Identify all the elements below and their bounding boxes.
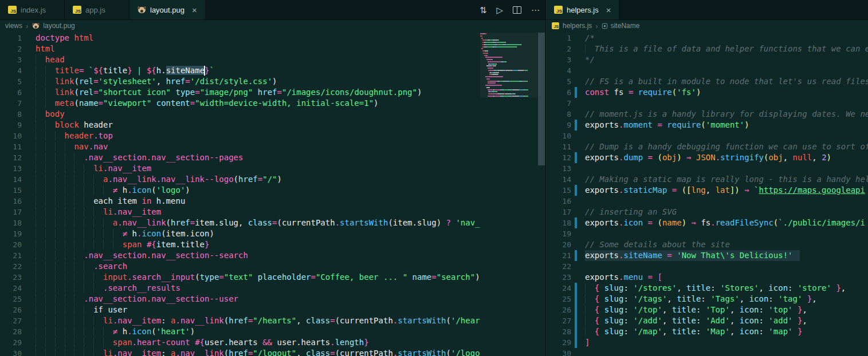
code-line[interactable]: 10 header.top [0, 130, 480, 141]
code-line[interactable]: 9 block header [0, 120, 480, 130]
code-line[interactable]: 25 .nav__section.nav__section--user [0, 294, 480, 304]
code-line[interactable]: 17 li.nav__item [0, 207, 480, 217]
code-line[interactable]: 7 [546, 98, 868, 109]
line-number: 25 [0, 294, 22, 304]
modified-indicator [571, 163, 585, 174]
breadcrumb-item[interactable]: JShelpers.js [551, 22, 592, 30]
more-actions-icon[interactable]: ⋯ [531, 6, 540, 14]
code-line[interactable]: 12exports.dump = (obj) ⇒ JSON.stringify(… [546, 152, 868, 163]
line-number: 21 [546, 250, 571, 261]
line-number: 30 [546, 348, 571, 356]
vertical-scrollbar[interactable] [537, 31, 545, 356]
code-line[interactable]: 29] [546, 337, 868, 348]
code-line[interactable]: 4 title= `${title} | ${h.siteName}` [0, 65, 480, 76]
code-line[interactable]: 22 [546, 261, 868, 272]
code-line[interactable]: 12 .nav__section.nav__section--pages [0, 152, 480, 163]
code-line[interactable]: 5 link(rel='stylesheet', href='/dist/sty… [0, 76, 480, 87]
code-line[interactable]: 30 [546, 348, 868, 356]
modified-indicator [571, 315, 585, 326]
run-icon[interactable]: ▷ [496, 6, 503, 14]
code-line[interactable]: 13 li.nav__item [0, 163, 480, 174]
line-number: 30 [0, 348, 22, 356]
code-line[interactable]: 2html [0, 43, 480, 54]
line-number: 10 [546, 130, 571, 141]
code-line[interactable]: 26 if user [0, 304, 480, 315]
tab-layout.pug[interactable]: layout.pug× [129, 0, 206, 19]
code-line[interactable]: 16 each item in h.menu [0, 196, 480, 207]
code-text: li.nav__item: a.nav__link(href="/hearts"… [36, 315, 480, 326]
code-text: { slug: '/map', title: 'Map', icon: 'map… [585, 326, 802, 337]
minimap[interactable] [480, 31, 537, 356]
code-line[interactable]: 1doctype html [0, 33, 480, 43]
code-line[interactable]: 20 span #{item.title} [0, 239, 480, 250]
close-icon[interactable]: × [192, 6, 197, 14]
minimap-slider[interactable] [480, 33, 537, 98]
editor-pane-right: JShelpers.js× JShelpers.js›siteName 1/*2… [545, 0, 868, 356]
tab-index.js[interactable]: JSindex.js [0, 0, 65, 19]
tab-app.js[interactable]: JSapp.js [65, 0, 129, 19]
code-line[interactable]: 6const fs = require('fs') [546, 87, 868, 98]
code-line[interactable]: 7 meta(name="viewport" content="width=de… [0, 98, 480, 109]
scrollbar-slider[interactable] [538, 33, 545, 165]
code-line[interactable]: 27 li.nav__item: a.nav__link(href="/hear… [0, 315, 480, 326]
code-line[interactable]: 27 { slug: '/add', title: 'Add', icon: '… [546, 315, 868, 326]
code-line[interactable]: 3 head [0, 54, 480, 65]
tab-helpers.js[interactable]: JShelpers.js× [546, 0, 619, 19]
code-line[interactable]: 8 body [0, 109, 480, 120]
code-line[interactable]: 15 ≠ h.icon('logo') [0, 185, 480, 196]
breadcrumb-item[interactable]: siteName [602, 22, 640, 30]
gutter-spacer [22, 76, 36, 87]
code-line[interactable]: 15exports.staticMap = ([lng, lat]) ⇒ `ht… [546, 185, 868, 196]
code-line[interactable]: 3*/ [546, 54, 868, 65]
code-line[interactable]: 5// FS is a built in module to node that… [546, 76, 868, 87]
code-line[interactable]: 9exports.moment = require('moment') [546, 120, 868, 130]
gutter-spacer [22, 228, 36, 239]
close-icon[interactable]: × [606, 6, 611, 14]
code-line[interactable]: 28 ≠ h.icon('heart') [0, 326, 480, 337]
code-line[interactable]: 28 { slug: '/map', title: 'Map', icon: '… [546, 326, 868, 337]
code-line[interactable]: 2 This is a file of data and helper func… [546, 43, 868, 54]
code-line[interactable]: 24 .search__results [0, 283, 480, 294]
open-changes-icon[interactable]: ⇅ [480, 6, 487, 14]
code-line[interactable]: 11// Dump is a handy debugging function … [546, 141, 868, 152]
line-number: 28 [546, 326, 571, 337]
code-line[interactable]: 20// Some details about the site [546, 239, 868, 250]
code-line[interactable]: 6 link(rel="shortcut icon" type="image/p… [0, 87, 480, 98]
code-line[interactable]: 23exports.menu = [ [546, 272, 868, 283]
code-line[interactable]: 8// moment.js is a handy library for dis… [546, 109, 868, 120]
gutter-spacer [22, 261, 36, 272]
code-line[interactable]: 16 [546, 196, 868, 207]
code-line[interactable]: 23 input.search__input(type="text" place… [0, 272, 480, 283]
code-line[interactable]: 21 .nav__section.nav__section--search [0, 250, 480, 261]
code-line[interactable]: 22 .search [0, 261, 480, 272]
code-line[interactable]: 14 a.nav__link.nav__link--logo(href="/") [0, 174, 480, 185]
code-line[interactable]: 1/* [546, 33, 868, 43]
code-line[interactable]: 26 { slug: '/top', title: 'Top', icon: '… [546, 304, 868, 315]
code-line[interactable]: 4 [546, 65, 868, 76]
code-editor[interactable]: 1doctype html2html3 head4 title= `${titl… [0, 31, 480, 356]
code-line[interactable]: 18 a.nav__link(href=item.slug, class=(cu… [0, 217, 480, 228]
code-line[interactable]: 30 li.nav__item: a.nav__link(href="/logo… [0, 348, 480, 356]
line-number: 5 [0, 76, 22, 87]
code-line[interactable]: 19 ≠ h.icon(item.icon) [0, 228, 480, 239]
gutter-spacer [22, 54, 36, 65]
code-line[interactable]: 17// inserting an SVG [546, 207, 868, 217]
code-line[interactable]: 11 nav.nav [0, 141, 480, 152]
split-editor-icon[interactable] [513, 6, 521, 14]
modified-indicator [571, 283, 585, 294]
breadcrumb-item[interactable]: views [5, 22, 22, 30]
tab-bar-left: JSindex.jsJSapp.jslayout.pug× ⇅ ▷ ⋯ [0, 0, 545, 20]
code-editor[interactable]: 1/*2 This is a file of data and helper f… [546, 31, 868, 356]
code-line[interactable]: 24 { slug: '/stores', title: 'Stores', i… [546, 283, 868, 294]
code-line[interactable]: 29 span.heart-count #{user.hearts && use… [0, 337, 480, 348]
code-line[interactable]: 18exports.icon = (name) ⇒ fs.readFileSyn… [546, 217, 868, 228]
code-line[interactable]: 21exports.siteName = 'Now That\'s Delici… [546, 250, 868, 261]
code-line[interactable]: 10 [546, 130, 868, 141]
code-line[interactable]: 14// Making a static map is really long … [546, 174, 868, 185]
code-line[interactable]: 19 [546, 228, 868, 239]
gutter-spacer [22, 120, 36, 130]
breadcrumb-item[interactable]: layout.pug [32, 22, 74, 30]
code-line[interactable]: 13 [546, 163, 868, 174]
editor-actions: ⇅ ▷ ⋯ [480, 0, 540, 20]
code-line[interactable]: 25 { slug: '/tags', title: 'Tags', icon:… [546, 294, 868, 304]
